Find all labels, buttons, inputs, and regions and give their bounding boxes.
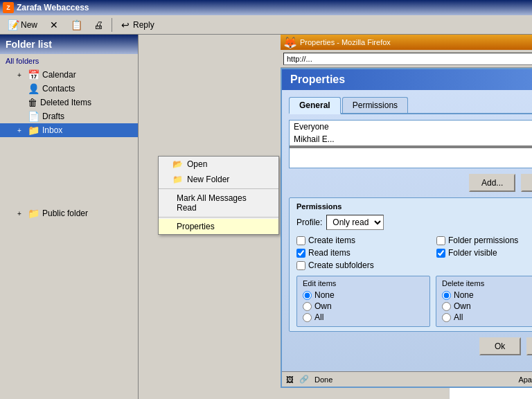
context-mark-all[interactable]: Mark All Messages Read — [159, 190, 278, 215]
main-toolbar: 📝 New ✕ 📋 🖨 ↩ Reply — [0, 15, 532, 35]
context-open[interactable]: 📂 Open — [159, 157, 278, 172]
sidebar-item-calendar[interactable]: + 📅 Calendar — [0, 68, 138, 82]
folder-visible-checkbox[interactable] — [436, 249, 445, 258]
delete-all-item: All — [442, 312, 532, 322]
new-folder-icon: 📁 — [172, 175, 183, 184]
user-everyone[interactable]: Everyone — [290, 121, 532, 133]
app-titlebar: Z Zarafa Webaccess — [0, 0, 532, 15]
create-items-checkbox[interactable] — [296, 236, 305, 245]
public-icon: 📁 — [28, 208, 39, 219]
delete-button[interactable]: ✕ — [44, 17, 64, 33]
app-title: Zarafa Webaccess — [17, 3, 89, 12]
print-button[interactable]: 🖨 — [88, 17, 109, 33]
properties-dialog: Properties General Permissions Everyone … — [281, 68, 532, 388]
delete-none-radio[interactable] — [442, 291, 451, 300]
expand-calendar: + — [14, 71, 25, 79]
sidebar-item-drafts[interactable]: 📄 Drafts — [0, 109, 138, 123]
sidebar-subheader[interactable]: All folders — [0, 54, 138, 68]
toolbar-sep — [112, 18, 112, 32]
profile-label: Profile: — [296, 218, 322, 227]
server-info: Apache/2.0.59 — [518, 375, 532, 384]
sidebar-item-deleted[interactable]: 🗑 Deleted Items — [0, 96, 138, 109]
ok-button[interactable]: Ok — [479, 337, 521, 355]
new-button[interactable]: 📝 New — [3, 17, 42, 33]
sidebar-item-contacts[interactable]: 👤 Contacts — [0, 82, 138, 96]
delete-all-radio[interactable] — [442, 313, 451, 322]
folder-permissions-checkbox[interactable] — [436, 236, 445, 245]
edit-none-radio[interactable] — [303, 291, 312, 300]
context-properties[interactable]: Properties — [159, 219, 278, 234]
delete-items-title: Delete items — [442, 279, 532, 287]
delete-none-label: None — [454, 290, 474, 300]
edit-items-group: Edit items None Own — [296, 276, 430, 327]
sidebar-item-public[interactable]: + 📁 Public folder — [0, 206, 138, 220]
folder-permissions-label: Folder permissions — [448, 236, 518, 245]
cancel-button[interactable]: Cancel — [526, 337, 532, 355]
remove-button[interactable]: Remove — [521, 174, 532, 192]
deleted-icon: 🗑 — [28, 97, 37, 108]
edit-none-item: None — [303, 290, 424, 300]
tab-permissions[interactable]: Permissions — [342, 97, 408, 113]
delete-none-item: None — [442, 290, 532, 300]
folder-label-calendar: Calendar — [42, 70, 76, 80]
delete-own-radio[interactable] — [442, 302, 451, 311]
folder-label-drafts: Drafts — [42, 112, 64, 121]
create-subfolders-label: Create subfolders — [308, 260, 374, 270]
edit-items-title: Edit items — [303, 279, 424, 287]
url-bar[interactable] — [283, 53, 532, 65]
tab-general[interactable]: General — [289, 97, 341, 114]
checkbox-create-subfolders: Create subfolders — [296, 260, 429, 270]
status-text: Done — [314, 375, 332, 384]
expand-inbox: + — [14, 127, 25, 134]
context-menu: 📂 Open 📁 New Folder Mark All Messages Re… — [158, 156, 279, 235]
profile-row: Profile: Only read — [296, 215, 532, 230]
sidebar-title: Folder list — [0, 35, 138, 54]
mark-all-label: Mark All Messages Read — [177, 193, 265, 213]
edit-none-label: None — [314, 290, 335, 300]
checkbox-read-items: Read items — [296, 248, 429, 258]
dialog-content: General Permissions Everyone Mikhail E..… — [282, 90, 532, 371]
create-items-label: Create items — [308, 236, 355, 245]
create-subfolders-checkbox[interactable] — [296, 261, 305, 270]
user-mikhail[interactable]: Mikhail E... — [290, 133, 532, 145]
dialog-title: Properties — [282, 69, 532, 90]
user-scrolled — [290, 145, 532, 148]
folder-label-public: Public folder — [42, 209, 88, 218]
checkbox-folder-visible: Folder visible — [436, 248, 532, 258]
browser-statusbar: 🖼 🔗 Done Apache/2.0.59 ● — [282, 371, 532, 387]
edit-own-label: Own — [314, 301, 332, 311]
browser-window: 🦊 Properties - Mozilla Firefox _ □ ✕ Pro… — [281, 35, 532, 388]
add-button[interactable]: Add... — [469, 174, 515, 192]
profile-select[interactable]: Only read — [326, 215, 384, 230]
open-label: Open — [187, 159, 207, 169]
folder-visible-label: Folder visible — [448, 248, 497, 258]
checkbox-create-items: Create items — [296, 236, 429, 245]
sidebar-item-inbox[interactable]: + 📁 Inbox — [0, 123, 138, 137]
radio-sections: Edit items None Own — [296, 276, 532, 327]
delete-own-label: Own — [454, 301, 471, 311]
ok-cancel-row: Ok Cancel — [289, 337, 532, 355]
read-items-checkbox[interactable] — [296, 249, 305, 258]
inbox-icon: 📁 — [28, 125, 39, 136]
print-icon: 🖨 — [93, 19, 104, 30]
copy-button[interactable]: 📋 — [66, 17, 87, 33]
folder-label-contacts: Contacts — [42, 84, 75, 94]
context-new-folder[interactable]: 📁 New Folder — [159, 172, 278, 187]
checkbox-folder-permissions: Folder permissions — [436, 236, 532, 245]
edit-all-radio[interactable] — [303, 313, 312, 322]
reply-button[interactable]: ↩ Reply — [115, 17, 159, 33]
browser-title-left: 🦊 Properties - Mozilla Firefox — [283, 36, 391, 49]
edit-all-label: All — [314, 312, 323, 322]
new-label: New — [21, 20, 37, 30]
browser-titlebar: 🦊 Properties - Mozilla Firefox _ □ ✕ — [281, 35, 532, 50]
firefox-icon: 🦊 — [283, 36, 297, 49]
browser-title: Properties - Mozilla Firefox — [300, 38, 391, 46]
permissions-title: Permissions — [296, 202, 532, 211]
edit-own-item: Own — [303, 301, 424, 311]
new-icon: 📝 — [8, 19, 19, 30]
delete-items-group: Delete items None Own — [436, 276, 532, 327]
user-list: Everyone Mikhail E... — [289, 120, 532, 168]
reply-label: Reply — [133, 20, 154, 30]
edit-own-radio[interactable] — [303, 302, 312, 311]
folder-label-inbox: Inbox — [42, 125, 62, 135]
